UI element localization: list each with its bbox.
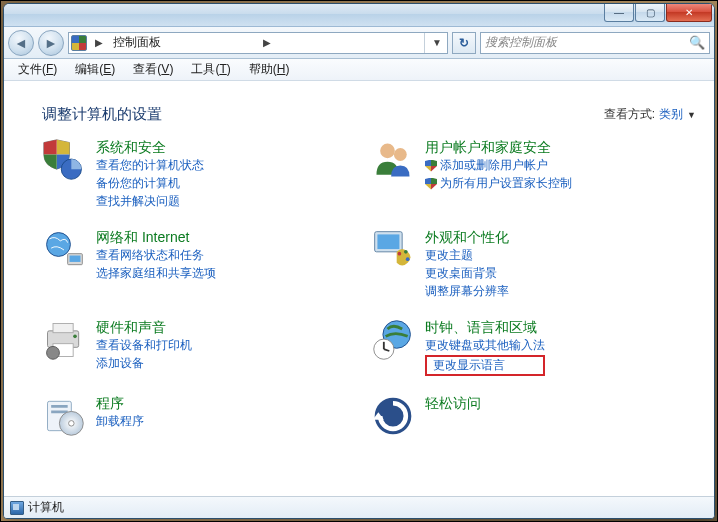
programs-disc-icon — [42, 394, 86, 438]
svg-point-15 — [47, 346, 60, 359]
view-mode-value[interactable]: 类别 — [659, 106, 683, 123]
forward-button[interactable]: ► — [38, 30, 64, 56]
category-network-internet: 网络和 Internet 查看网络状态和任务 选择家庭组和共享选项 — [42, 228, 367, 300]
page-title: 调整计算机的设置 — [42, 105, 162, 124]
svg-point-10 — [406, 257, 410, 261]
address-bar[interactable]: ▶ 控制面板 ▶ ▼ — [68, 32, 448, 54]
printer-icon — [42, 318, 86, 362]
view-mode-label: 查看方式: — [604, 106, 655, 123]
maximize-button[interactable]: ▢ — [635, 3, 665, 22]
category-grid: 系统和安全 查看您的计算机状态 备份您的计算机 查找并解决问题 用户帐户和家庭安… — [42, 138, 696, 438]
category-link[interactable]: 卸载程序 — [96, 413, 144, 430]
divider — [424, 33, 425, 53]
category-title[interactable]: 硬件和声音 — [96, 318, 192, 336]
breadcrumb-root[interactable]: 控制面板 — [111, 34, 255, 51]
menu-view[interactable]: 查看(V) — [125, 59, 181, 80]
search-input[interactable]: 搜索控制面板 🔍 — [480, 32, 710, 54]
category-user-accounts: 用户帐户和家庭安全 添加或删除用户帐户 为所有用户设置家长控制 — [371, 138, 696, 210]
category-title[interactable]: 用户帐户和家庭安全 — [425, 138, 572, 156]
menu-edit[interactable]: 编辑(E) — [67, 59, 123, 80]
category-hardware-sound: 硬件和声音 查看设备和打印机 添加设备 — [42, 318, 367, 376]
category-title[interactable]: 程序 — [96, 394, 144, 412]
category-link[interactable]: 查找并解决问题 — [96, 193, 204, 210]
category-appearance: 外观和个性化 更改主题 更改桌面背景 调整屏幕分辨率 — [371, 228, 696, 300]
history-dropdown-icon[interactable]: ▼ — [429, 37, 445, 48]
category-link[interactable]: 添加设备 — [96, 355, 192, 372]
category-link[interactable]: 查看设备和打印机 — [96, 337, 192, 354]
category-link[interactable]: 更改键盘或其他输入法 — [425, 337, 545, 354]
computer-icon — [10, 501, 24, 515]
monitor-paint-icon — [371, 228, 415, 272]
content-header: 调整计算机的设置 查看方式: 类别 ▼ — [42, 105, 696, 124]
menu-file[interactable]: 文件(F) — [10, 59, 65, 80]
category-link[interactable]: 调整屏幕分辨率 — [425, 283, 509, 300]
breadcrumb-sep-icon[interactable]: ▶ — [259, 37, 275, 48]
category-title[interactable]: 外观和个性化 — [425, 228, 509, 246]
svg-point-3 — [47, 233, 71, 257]
svg-rect-21 — [51, 405, 67, 408]
svg-point-8 — [398, 252, 402, 256]
window-controls: — ▢ ✕ — [604, 4, 712, 22]
category-link[interactable]: 添加或删除用户帐户 — [425, 157, 572, 174]
breadcrumb-sep-icon[interactable]: ▶ — [91, 37, 107, 48]
people-icon — [371, 138, 415, 182]
back-button[interactable]: ◄ — [8, 30, 34, 56]
svg-rect-12 — [53, 324, 73, 333]
category-link[interactable]: 选择家庭组和共享选项 — [96, 265, 216, 282]
menubar: 文件(F) 编辑(E) 查看(V) 工具(T) 帮助(H) — [4, 59, 714, 81]
chevron-down-icon[interactable]: ▼ — [687, 110, 696, 120]
highlighted-link-box: 更改显示语言 — [425, 355, 545, 376]
menu-help[interactable]: 帮助(H) — [241, 59, 298, 80]
category-link[interactable]: 查看网络状态和任务 — [96, 247, 216, 264]
category-link[interactable]: 更改桌面背景 — [425, 265, 509, 282]
menu-tools[interactable]: 工具(T) — [183, 59, 238, 80]
statusbar-label: 计算机 — [28, 499, 64, 516]
svg-point-9 — [404, 250, 408, 254]
view-mode-selector: 查看方式: 类别 ▼ — [604, 106, 696, 123]
close-button[interactable]: ✕ — [666, 3, 712, 22]
shield-icon — [425, 160, 437, 172]
category-title[interactable]: 网络和 Internet — [96, 228, 216, 246]
shield-icon — [425, 178, 437, 190]
control-panel-icon — [71, 35, 87, 51]
minimize-button[interactable]: — — [604, 3, 634, 22]
refresh-icon: ↻ — [459, 36, 469, 50]
refresh-button[interactable]: ↻ — [452, 32, 476, 54]
category-link[interactable]: 查看您的计算机状态 — [96, 157, 204, 174]
content-area: 调整计算机的设置 查看方式: 类别 ▼ 系统 — [4, 81, 714, 496]
category-link[interactable]: 为所有用户设置家长控制 — [425, 175, 572, 192]
link-change-display-language[interactable]: 更改显示语言 — [433, 357, 537, 374]
category-link[interactable]: 更改主题 — [425, 247, 509, 264]
svg-point-2 — [394, 148, 407, 161]
svg-point-14 — [73, 335, 77, 339]
category-programs: 程序 卸载程序 — [42, 394, 367, 438]
statusbar: 计算机 — [4, 496, 714, 518]
globe-clock-icon — [371, 318, 415, 362]
category-title[interactable]: 时钟、语言和区域 — [425, 318, 545, 336]
search-placeholder: 搜索控制面板 — [485, 34, 689, 51]
category-title[interactable]: 轻松访问 — [425, 394, 481, 412]
svg-rect-5 — [70, 256, 81, 262]
search-icon[interactable]: 🔍 — [689, 35, 705, 50]
svg-rect-7 — [377, 234, 399, 249]
category-title[interactable]: 系统和安全 — [96, 138, 204, 156]
svg-point-24 — [69, 421, 74, 427]
ease-of-access-icon — [371, 394, 415, 438]
category-link[interactable]: 备份您的计算机 — [96, 175, 204, 192]
svg-point-1 — [380, 144, 395, 159]
category-ease-of-access: 轻松访问 — [371, 394, 696, 438]
navbar: ◄ ► ▶ 控制面板 ▶ ▼ ↻ 搜索控制面板 🔍 — [4, 27, 714, 59]
titlebar: — ▢ ✕ — [4, 4, 714, 27]
shield-chart-icon — [42, 138, 86, 182]
category-system-security: 系统和安全 查看您的计算机状态 备份您的计算机 查找并解决问题 — [42, 138, 367, 210]
category-clock-language-region: 时钟、语言和区域 更改键盘或其他输入法 更改显示语言 — [371, 318, 696, 376]
control-panel-window: — ▢ ✕ ◄ ► ▶ 控制面板 ▶ ▼ ↻ 搜索控制面板 🔍 文件(F) 编辑… — [3, 3, 715, 519]
globe-network-icon — [42, 228, 86, 272]
